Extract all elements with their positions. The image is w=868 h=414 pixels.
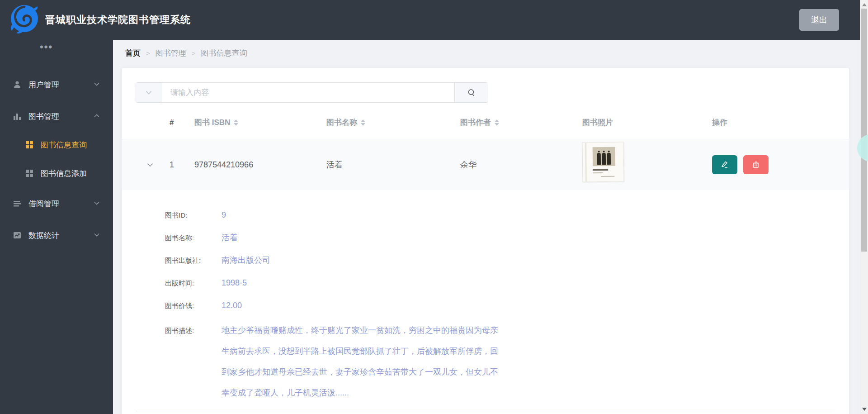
chevron-down-icon — [146, 90, 152, 95]
detail-row-publisher: 图书出版社: 南海出版公司 — [165, 255, 821, 266]
sort-icon[interactable] — [361, 119, 365, 126]
user-icon — [13, 80, 22, 89]
detail-value: 南海出版公司 — [222, 255, 270, 266]
column-header-isbn[interactable]: 图书 ISBN — [194, 106, 238, 139]
search-bar — [136, 82, 488, 103]
sidebar-item-label: 用户管理 — [28, 80, 59, 90]
sort-icon[interactable] — [495, 119, 499, 126]
chevron-up-icon — [94, 114, 99, 118]
search-icon — [467, 88, 476, 97]
row-book-name: 活着 — [326, 139, 343, 190]
scrollbar-down-arrow[interactable] — [862, 408, 867, 411]
edit-pencil-icon — [720, 160, 729, 169]
detail-row-price: 图书价钱: 12.00 — [165, 300, 821, 311]
chevron-down-icon — [94, 233, 99, 237]
search-button[interactable] — [454, 83, 488, 102]
detail-label: 图书价钱: — [165, 300, 222, 311]
book-cover-photo — [593, 147, 615, 167]
column-header-author[interactable]: 图书作者 — [460, 106, 499, 139]
search-input[interactable] — [161, 83, 454, 102]
app-header: 晋城职业技术学院图书管理系统 退出 — [0, 0, 860, 40]
sidebar-item-user-management[interactable]: 用户管理 — [0, 72, 113, 97]
detail-label: 图书出版社: — [165, 255, 222, 266]
row-expand-icon[interactable] — [147, 139, 153, 190]
detail-row-id: 图书ID: 9 — [165, 210, 821, 220]
main-content: 首页 > 图书管理 > 图书信息查询 # 图书 I — [113, 40, 860, 414]
detail-value: 活着 — [222, 233, 238, 243]
detail-label: 图书描述: — [165, 325, 222, 336]
sidebar-item-borrow-management[interactable]: 借阅管理 — [0, 191, 113, 216]
row-index: 1 — [170, 139, 174, 190]
grid-icon — [25, 169, 34, 178]
scrollbar-thumb[interactable] — [861, 9, 867, 252]
breadcrumb: 首页 > 图书管理 > 图书信息查询 — [125, 48, 247, 58]
sidebar: ••• 用户管理 图书管理 图书信息查询 — [0, 40, 113, 414]
bar-chart-icon — [13, 112, 22, 121]
logout-button[interactable]: 退出 — [799, 9, 839, 31]
list-icon — [13, 199, 22, 208]
row-book-photo-cell — [582, 142, 624, 182]
table-row: 1 9787544210966 活着 余华 — [122, 139, 849, 190]
trend-icon — [13, 231, 22, 240]
search-field-select[interactable] — [136, 83, 161, 102]
sort-icon[interactable] — [234, 119, 238, 126]
detail-label: 图书ID: — [165, 210, 222, 220]
scrollbar-up-arrow[interactable] — [862, 3, 867, 6]
sidebar-item-label: 图书信息查询 — [41, 140, 87, 150]
column-header-action: 操作 — [712, 106, 727, 139]
detail-row-description: 图书描述: 地主少爷福贵嗜赌成性，终于赌光了家业一贫如洗，穷困之中的福贵因为母亲… — [165, 325, 821, 403]
delete-button[interactable] — [743, 155, 769, 174]
edit-button[interactable] — [712, 155, 737, 174]
trash-icon — [751, 160, 760, 169]
column-header-name[interactable]: 图书名称 — [326, 106, 365, 139]
sidebar-item-label: 图书信息添加 — [41, 168, 87, 179]
page-title: 晋城职业技术学院图书管理系统 — [45, 0, 191, 40]
detail-label: 出版时间: — [165, 278, 222, 288]
book-cover-image — [582, 142, 624, 182]
detail-value: 1998-5 — [222, 278, 247, 288]
breadcrumb-separator-icon: > — [192, 49, 196, 57]
breadcrumb-book-management[interactable]: 图书管理 — [156, 48, 186, 58]
breadcrumb-separator-icon: > — [146, 49, 150, 57]
sidebar-collapse-toggle[interactable]: ••• — [40, 43, 53, 52]
vertical-scrollbar[interactable] — [860, 0, 868, 414]
detail-value: 9 — [222, 210, 226, 220]
row-divider — [136, 411, 835, 411]
row-actions — [712, 139, 769, 190]
detail-row-publish-date: 出版时间: 1998-5 — [165, 278, 821, 288]
sidebar-item-book-info-query[interactable]: 图书信息查询 — [0, 132, 113, 157]
sidebar-item-label: 数据统计 — [28, 230, 59, 241]
column-header-index: # — [170, 106, 174, 139]
row-book-author: 余华 — [460, 139, 476, 190]
breadcrumb-home[interactable]: 首页 — [125, 48, 141, 58]
detail-value: 12.00 — [222, 300, 242, 311]
detail-label: 图书名称: — [165, 233, 222, 243]
book-detail-panel: 图书ID: 9 图书名称: 活着 图书出版社: 南海出版公司 出版时间: 199… — [165, 190, 821, 414]
content-card: # 图书 ISBN 图书名称 图书作者 图书照片 操作 1 — [122, 68, 849, 414]
chevron-down-icon — [94, 201, 99, 205]
row-isbn: 9787544210966 — [194, 139, 253, 190]
detail-row-name: 图书名称: 活着 — [165, 233, 821, 243]
sidebar-item-book-management[interactable]: 图书管理 — [0, 104, 113, 129]
sidebar-item-label: 借阅管理 — [28, 199, 59, 209]
chevron-down-icon — [94, 82, 99, 86]
app-logo-icon — [9, 4, 39, 34]
sidebar-item-label: 图书管理 — [28, 111, 59, 122]
sidebar-item-data-statistics[interactable]: 数据统计 — [0, 223, 113, 248]
grid-icon — [25, 140, 34, 149]
column-header-photo: 图书照片 — [582, 106, 613, 139]
breadcrumb-book-info-query[interactable]: 图书信息查询 — [201, 48, 247, 58]
detail-value: 地主少爷福贵嗜赌成性，终于赌光了家业一贫如洗，穷困之中的福贵因为母亲生病前去求医… — [222, 320, 501, 403]
sidebar-item-book-info-add[interactable]: 图书信息添加 — [0, 161, 113, 186]
table-header-row: # 图书 ISBN 图书名称 图书作者 图书照片 操作 — [122, 106, 849, 139]
